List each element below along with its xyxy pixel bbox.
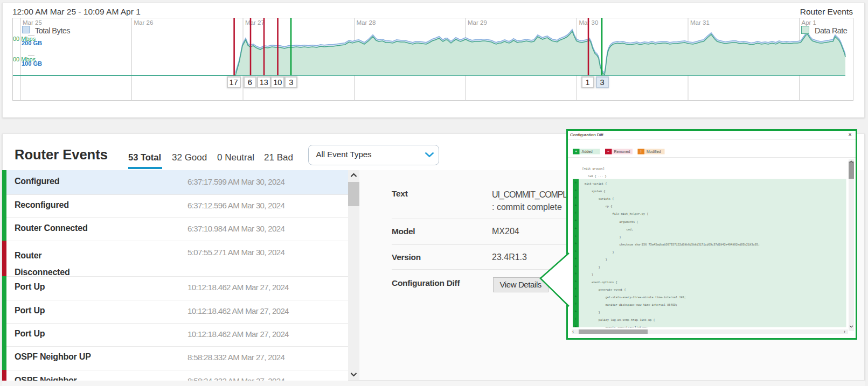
- svg-text:Mar 31: Mar 31: [690, 19, 710, 26]
- svg-text:Mar 25: Mar 25: [23, 19, 42, 26]
- svg-text:Mar 29: Mar 29: [468, 19, 487, 26]
- svg-text:Apr 1: Apr 1: [802, 19, 817, 26]
- svg-text:Mar 28: Mar 28: [357, 19, 376, 26]
- svg-text:Mar 27: Mar 27: [245, 19, 265, 26]
- svg-text:Mar 26: Mar 26: [134, 19, 154, 26]
